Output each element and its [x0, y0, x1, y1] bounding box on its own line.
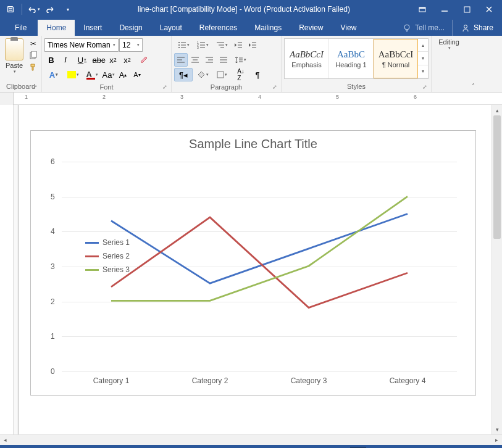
vertical-ruler[interactable] [0, 105, 14, 434]
ltr-direction-button[interactable]: ¶◂ [174, 68, 193, 81]
window-title: line-chart [Compatibility Mode] - Word (… [76, 5, 412, 14]
font-color-button[interactable]: A▾ [83, 68, 101, 81]
highlight-button[interactable]: ▾ [64, 68, 82, 81]
font-dialog-launcher[interactable]: ⤢ [161, 84, 169, 91]
font-name-combo[interactable]: Times New Roman▾ [44, 38, 119, 52]
tell-me-search[interactable]: Tell me... [395, 20, 452, 36]
style-normal[interactable]: AaBbCcI¶ Normal [374, 39, 418, 78]
svg-point-5 [464, 25, 467, 28]
scroll-right-button[interactable]: ▸ [492, 437, 502, 443]
legend-item: Series 3 [85, 263, 130, 276]
share-icon [461, 23, 470, 32]
change-case-button[interactable]: Aa▾ [102, 68, 115, 81]
justify-button[interactable] [217, 53, 230, 67]
vertical-scrollbar[interactable]: ▴ ▾ [492, 105, 502, 434]
chart-series-line [111, 214, 408, 284]
superscript-button[interactable]: x2 [120, 53, 134, 67]
format-painter-button[interactable] [28, 62, 39, 73]
shading-button[interactable]: ▾ [193, 68, 212, 81]
cut-button[interactable]: ✂ [28, 38, 39, 49]
group-label-paragraph: Paragraph [211, 83, 242, 91]
scroll-left-button[interactable]: ◂ [0, 437, 10, 443]
style-emphasis[interactable]: AaBbCcIEmphasis [285, 39, 329, 78]
styles-dialog-launcher[interactable]: ⤢ [421, 84, 429, 91]
maximize-button[interactable] [456, 2, 477, 17]
decrease-indent-button[interactable] [232, 38, 245, 52]
bullets-button[interactable]: ▾ [174, 38, 193, 52]
legend-swatch [85, 242, 99, 244]
italic-button[interactable]: I [59, 53, 72, 67]
font-size-combo[interactable]: 12▾ [119, 38, 143, 52]
text-effects-button[interactable]: A▾ [44, 68, 63, 81]
scroll-down-button[interactable]: ▾ [492, 424, 502, 434]
tab-view[interactable]: View [332, 20, 366, 36]
chart-title: Sample Line Chart Title [31, 137, 475, 151]
chart-series-line [111, 217, 408, 307]
multilevel-list-button[interactable]: ▾ [212, 38, 231, 52]
horizontal-scrollbar[interactable]: ◂ ▸ [0, 434, 502, 445]
tab-insert[interactable]: Insert [75, 20, 111, 36]
sort-button[interactable]: A↓Z [232, 68, 250, 81]
bold-button[interactable]: B [44, 53, 58, 67]
ribbon-display-options[interactable] [412, 2, 433, 17]
tab-references[interactable]: References [191, 20, 246, 36]
numbering-button[interactable]: 123▾ [193, 38, 212, 52]
x-tick-label: Category 3 [291, 376, 327, 385]
paste-button[interactable]: Paste ▾ [2, 38, 26, 74]
tab-layout[interactable]: Layout [151, 20, 191, 36]
underline-button[interactable]: U▾ [73, 53, 91, 67]
editing-button[interactable]: Editing ▾ [434, 38, 464, 51]
svg-rect-1 [419, 7, 425, 9]
x-tick-label: Category 2 [192, 376, 228, 385]
undo-button[interactable]: ▾ [25, 2, 41, 17]
legend-label: Series 1 [102, 238, 130, 247]
horizontal-ruler[interactable]: 123456 [0, 93, 502, 105]
status-bar: Page 1 of 1 0 words English (United Stat… [0, 445, 502, 448]
share-button[interactable]: Share [452, 20, 502, 36]
align-right-button[interactable] [203, 53, 216, 67]
styles-gallery-more[interactable]: ▴▾▾ [418, 39, 428, 78]
qat-customize-button[interactable]: ▾ [60, 2, 76, 17]
tab-design[interactable]: Design [111, 20, 151, 36]
svg-text:3: 3 [197, 46, 199, 49]
svg-point-8 [178, 42, 180, 43]
redo-button[interactable] [43, 2, 59, 17]
shrink-font-button[interactable]: A▾ [130, 68, 144, 81]
group-styles: AaBbCcIEmphasis AaBbCHeading 1 AaBbCcI¶ … [282, 36, 432, 92]
tab-review[interactable]: Review [290, 20, 332, 36]
tab-file[interactable]: File [4, 20, 38, 36]
style-heading1[interactable]: AaBbCHeading 1 [329, 39, 374, 78]
minimize-button[interactable] [434, 2, 455, 17]
show-paragraph-marks-button[interactable]: ¶ [251, 68, 264, 81]
svg-point-12 [178, 47, 180, 48]
align-left-button[interactable] [174, 53, 188, 67]
clipboard-dialog-launcher[interactable]: ⤢ [31, 84, 39, 91]
quick-access-toolbar: ▾ ▾ [2, 2, 76, 17]
scroll-up-button[interactable]: ▴ [492, 105, 502, 115]
close-button[interactable] [479, 2, 500, 17]
clear-formatting-button[interactable] [135, 53, 153, 67]
lightbulb-icon [403, 23, 411, 32]
save-button[interactable] [2, 2, 19, 17]
copy-button[interactable] [28, 50, 39, 61]
legend-label: Series 3 [102, 265, 130, 274]
tab-mailings[interactable]: Mailings [246, 20, 290, 36]
paragraph-dialog-launcher[interactable]: ⤢ [271, 84, 278, 91]
tab-home[interactable]: Home [38, 20, 75, 36]
line-spacing-button[interactable]: ▾ [231, 53, 249, 67]
chart-object[interactable]: Sample Line Chart Title 0123456 Category… [30, 130, 476, 396]
subscript-button[interactable]: x2 [106, 53, 120, 67]
svg-point-10 [178, 44, 180, 46]
strikethrough-button[interactable]: abc [92, 53, 106, 67]
vertical-scroll-thumb[interactable] [493, 115, 501, 239]
ribbon-tabs: File Home Insert Design Layout Reference… [0, 19, 502, 36]
increase-indent-button[interactable] [246, 38, 259, 52]
group-label-font: Font [99, 83, 113, 91]
borders-button[interactable]: ▾ [212, 68, 231, 81]
align-center-button[interactable] [188, 53, 202, 67]
page[interactable]: Sample Line Chart Title 0123456 Category… [19, 105, 494, 434]
grow-font-button[interactable]: A▴ [116, 68, 130, 81]
group-label-clipboard: Clipboard [6, 83, 35, 90]
y-tick-label: 1 [51, 332, 55, 341]
collapse-ribbon-button[interactable]: ˄ [466, 36, 480, 92]
